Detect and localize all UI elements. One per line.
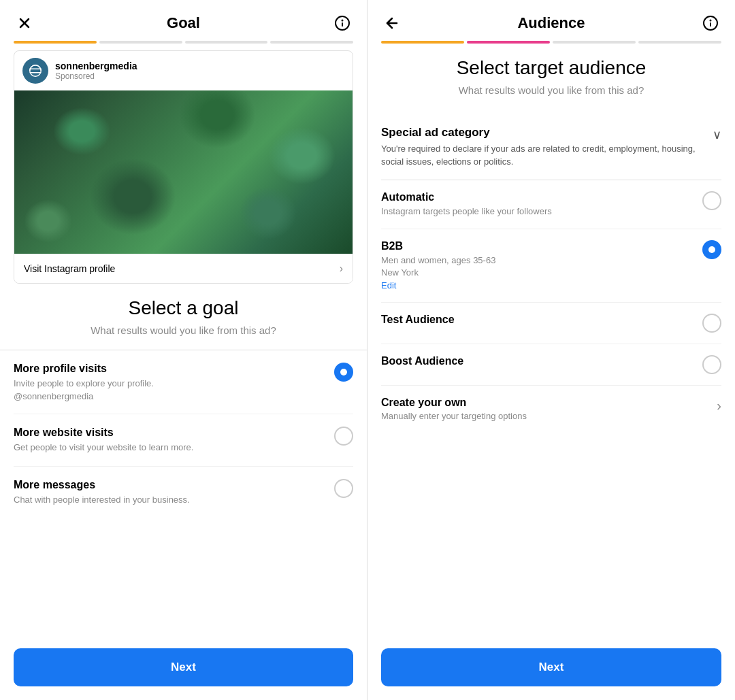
create-own-label: Create your own	[381, 397, 708, 409]
ad-preview-card: sonnenbergmedia Sponsored Visit Instagra…	[14, 50, 353, 284]
progress-seg-1	[14, 41, 97, 44]
goal-option-messages-label: More messages	[14, 479, 323, 491]
audience-automatic-label: Automatic	[381, 191, 694, 203]
right-header: Audience	[368, 0, 735, 41]
goal-option-profile-radio[interactable]	[334, 363, 353, 382]
right-panel-title: Audience	[517, 14, 585, 32]
right-progress-seg-2	[467, 41, 550, 44]
goal-option-messages[interactable]: More messages Chat with people intereste…	[14, 467, 353, 518]
chevron-down-icon: ∨	[713, 127, 721, 142]
goal-option-messages-desc: Chat with people interested in your busi…	[14, 494, 323, 506]
left-panel-content: sonnenbergmedia Sponsored Visit Instagra…	[0, 50, 367, 640]
ad-cta-arrow: ›	[340, 263, 343, 275]
audience-title: Select target audience	[381, 57, 721, 79]
audience-option-b2b[interactable]: B2B Men and women, ages 35-63 New York E…	[381, 229, 721, 303]
goal-option-profile[interactable]: More profile visits Invite people to exp…	[14, 350, 353, 414]
left-info-icon[interactable]	[331, 12, 353, 34]
goal-option-profile-desc: Invite people to explore your profile.	[14, 378, 323, 390]
ad-cta-row: Visit Instagram profile ›	[14, 254, 353, 283]
audience-boost-radio[interactable]	[702, 355, 721, 374]
ad-image	[14, 90, 353, 254]
right-panel: Audience Select target audience What res…	[368, 0, 735, 700]
ad-sponsored: Sponsored	[55, 71, 137, 81]
special-cat-desc: You're required to declare if your ads a…	[381, 143, 704, 169]
right-progress-seg-4	[638, 41, 721, 44]
right-progress-seg-3	[553, 41, 636, 44]
audience-test-label: Test Audience	[381, 314, 694, 326]
audience-option-boost[interactable]: Boost Audience	[381, 344, 721, 386]
audience-option-test[interactable]: Test Audience	[381, 303, 721, 344]
audience-b2b-sub2: New York	[381, 267, 694, 279]
right-progress-bar	[368, 41, 735, 50]
audience-b2b-sub1: Men and women, ages 35-63	[381, 254, 694, 267]
progress-seg-3	[185, 41, 268, 44]
goal-option-website[interactable]: More website visits Get people to visit …	[14, 414, 353, 467]
close-icon[interactable]	[14, 12, 35, 34]
left-panel: Goal	[0, 0, 368, 700]
special-cat-label: Special ad category	[381, 126, 704, 139]
goal-option-website-radio[interactable]	[334, 427, 353, 446]
goal-option-website-desc: Get people to visit your website to lear…	[14, 441, 323, 454]
audience-test-radio[interactable]	[702, 314, 721, 333]
left-panel-title: Goal	[167, 14, 200, 32]
goal-option-profile-sub: @sonnenbergmedia	[14, 391, 323, 401]
left-next-button[interactable]: Next	[14, 648, 353, 686]
ad-account-name: sonnenbergmedia	[55, 61, 137, 71]
audience-option-automatic[interactable]: Automatic Instagram targets people like …	[381, 180, 721, 229]
left-section-title: Select a goal	[14, 297, 353, 319]
audience-boost-label: Boost Audience	[381, 355, 694, 367]
goal-option-website-label: More website visits	[14, 427, 323, 439]
audience-automatic-radio[interactable]	[702, 191, 721, 210]
goal-option-profile-label: More profile visits	[14, 363, 323, 375]
audience-b2b-label: B2B	[381, 240, 694, 252]
audience-subtitle: What results would you like from this ad…	[381, 84, 721, 96]
progress-seg-4	[270, 41, 353, 44]
right-panel-content: Select target audience What results woul…	[368, 50, 735, 640]
ad-avatar	[22, 58, 48, 84]
back-icon[interactable]	[381, 12, 403, 34]
right-next-button[interactable]: Next	[381, 648, 721, 686]
ad-cta-text: Visit Instagram profile	[24, 263, 115, 274]
create-own-sub: Manually enter your targeting options	[381, 411, 708, 421]
right-progress-seg-1	[381, 41, 464, 44]
right-info-icon[interactable]	[700, 12, 721, 34]
audience-create-own[interactable]: Create your own Manually enter your targ…	[381, 386, 721, 432]
audience-b2b-radio[interactable]	[702, 240, 721, 259]
left-section-subtitle: What results would you like from this ad…	[14, 324, 353, 336]
audience-automatic-sub: Instagram targets people like your follo…	[381, 205, 694, 218]
special-ad-category[interactable]: Special ad category You're required to d…	[381, 115, 721, 180]
goal-option-messages-radio[interactable]	[334, 479, 353, 498]
audience-b2b-edit-link[interactable]: Edit	[381, 280, 396, 290]
chevron-right-icon: ›	[717, 398, 721, 414]
progress-seg-2	[99, 41, 182, 44]
ad-preview-header: sonnenbergmedia Sponsored	[14, 51, 353, 90]
left-header: Goal	[0, 0, 367, 41]
left-progress-bar	[0, 41, 367, 50]
